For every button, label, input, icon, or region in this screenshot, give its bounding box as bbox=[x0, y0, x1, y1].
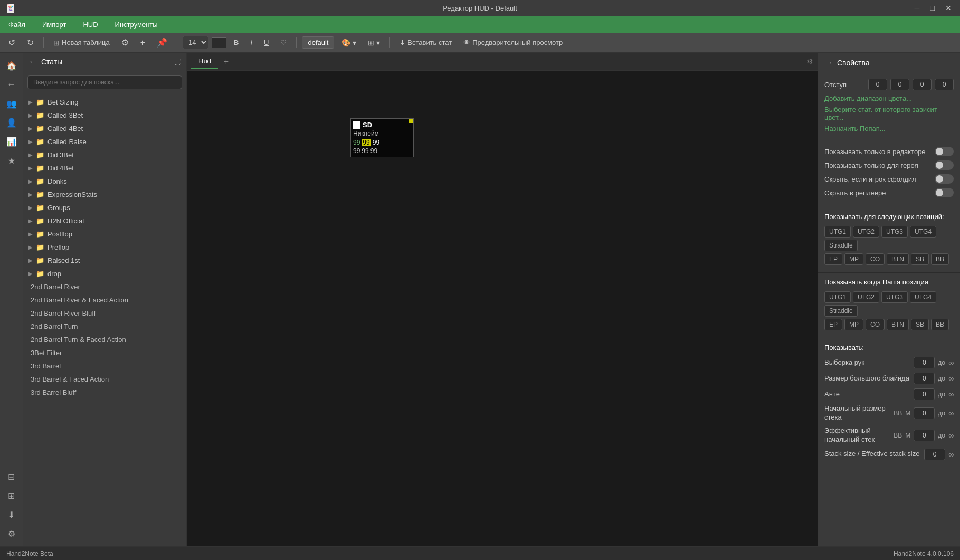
hud-widget[interactable]: SD Никнейм 99 99 99 99 99 99 bbox=[350, 118, 414, 157]
indent-input-3[interactable] bbox=[913, 79, 932, 90]
close-button[interactable]: ✕ bbox=[942, 3, 955, 13]
sidebar-download[interactable]: ⬇ bbox=[3, 506, 20, 523]
when-mp[interactable]: MP bbox=[844, 319, 863, 330]
stat-item-3rd-barrel-faced[interactable]: 3rd Barrel & Faced Action bbox=[23, 373, 186, 386]
pos-btn[interactable]: BTN bbox=[887, 253, 909, 265]
sidebar-users[interactable]: 👥 bbox=[3, 95, 20, 112]
pos-co[interactable]: CO bbox=[866, 253, 885, 265]
grid-button[interactable]: ⊞ ▾ bbox=[364, 36, 384, 49]
stats-expand-button[interactable]: ⛶ bbox=[174, 58, 181, 66]
stack-size-input[interactable] bbox=[914, 407, 935, 419]
bold-button[interactable]: B bbox=[230, 36, 243, 49]
add-color-range-link[interactable]: Добавить диапазон цвета... bbox=[824, 94, 954, 102]
hud-settings-button[interactable]: ⚙ bbox=[807, 58, 813, 65]
stat-item-3rd-barrel-bluff[interactable]: 3rd Barrel Bluff bbox=[23, 386, 186, 399]
new-table-button[interactable]: ⊞ Новая таблица bbox=[49, 36, 114, 49]
paint-button[interactable]: 🎨 ▾ bbox=[337, 36, 360, 49]
stats-search-input[interactable] bbox=[27, 75, 182, 89]
sidebar-home[interactable]: 🏠 bbox=[3, 57, 20, 74]
assign-popup-link[interactable]: Назначить Попап... bbox=[824, 125, 954, 132]
indent-input-1[interactable] bbox=[868, 79, 887, 90]
preview-button[interactable]: 👁 Предварительный просмотр bbox=[459, 36, 567, 49]
when-co[interactable]: CO bbox=[866, 319, 885, 330]
when-btn[interactable]: BTN bbox=[887, 319, 909, 330]
default-button[interactable]: default bbox=[302, 36, 334, 49]
stat-group-h2n[interactable]: ▶ 📁 H2N Official bbox=[23, 214, 186, 227]
pos-sb[interactable]: SB bbox=[911, 253, 929, 265]
show-hero-toggle[interactable] bbox=[935, 160, 954, 170]
eff-stack-input[interactable] bbox=[914, 430, 935, 441]
when-utg1[interactable]: UTG1 bbox=[824, 291, 851, 303]
bb-size-input[interactable] bbox=[914, 373, 935, 384]
when-utg3[interactable]: UTG3 bbox=[881, 291, 908, 303]
heart-button[interactable]: ♡ bbox=[276, 36, 291, 49]
show-editor-toggle[interactable] bbox=[935, 147, 954, 156]
select-stat-link[interactable]: Выберите стат. от которого зависит цвет.… bbox=[824, 106, 954, 121]
stat-item-3rd-barrel[interactable]: 3rd Barrel bbox=[23, 359, 186, 373]
stat-group-called3bet[interactable]: ▶ 📁 Called 3Bet bbox=[23, 109, 186, 122]
sidebar-filter[interactable]: ⊟ bbox=[3, 468, 20, 485]
color-box[interactable] bbox=[212, 37, 226, 48]
hud-tab-add[interactable]: + bbox=[221, 55, 232, 69]
sidebar-profile[interactable]: 👤 bbox=[3, 114, 20, 131]
hide-replayer-toggle[interactable] bbox=[935, 188, 954, 197]
when-sb[interactable]: SB bbox=[911, 319, 929, 330]
stat-group-donks[interactable]: ▶ 📁 Donks bbox=[23, 175, 186, 188]
plus-button[interactable]: + bbox=[136, 36, 149, 50]
pos-straddle[interactable]: Straddle bbox=[824, 240, 858, 251]
sidebar-back[interactable]: ← bbox=[3, 76, 20, 93]
pos-utg1[interactable]: UTG1 bbox=[824, 226, 851, 238]
hide-folded-toggle[interactable] bbox=[935, 174, 954, 184]
undo-button[interactable]: ↺ bbox=[4, 35, 20, 50]
stat-item-2nd-barrel-river-faced[interactable]: 2nd Barrel River & Faced Action bbox=[23, 293, 186, 307]
pin-button[interactable]: 📌 bbox=[153, 35, 172, 50]
sidebar-grid[interactable]: ⊞ bbox=[3, 487, 20, 504]
sidebar-settings[interactable]: ⚙ bbox=[3, 525, 20, 542]
stat-group-drop[interactable]: ▶ 📁 drop bbox=[23, 267, 186, 280]
stat-group-postflop[interactable]: ▶ 📁 Postflop bbox=[23, 227, 186, 241]
stat-group-called4bet[interactable]: ▶ 📁 Called 4Bet bbox=[23, 122, 186, 135]
stat-item-3bet-filter[interactable]: 3Bet Filter bbox=[23, 346, 186, 359]
underline-button[interactable]: U bbox=[260, 36, 273, 49]
when-utg4[interactable]: UTG4 bbox=[910, 291, 936, 303]
menu-hud[interactable]: HUD bbox=[80, 18, 101, 31]
italic-button[interactable]: I bbox=[246, 36, 256, 49]
redo-button[interactable]: ↻ bbox=[23, 35, 38, 50]
stat-group-did4bet[interactable]: ▶ 📁 Did 4Bet bbox=[23, 162, 186, 175]
hud-tab-main[interactable]: Hud bbox=[191, 54, 218, 69]
when-bb[interactable]: BB bbox=[931, 319, 949, 330]
stat-group-did3bet[interactable]: ▶ 📁 Did 3Bet bbox=[23, 148, 186, 162]
stat-group-bet-sizing[interactable]: ▶ 📁 Bet Sizing bbox=[23, 96, 186, 109]
font-size-select[interactable]: 14 10 12 16 18 bbox=[183, 36, 208, 49]
when-ep[interactable]: EP bbox=[824, 319, 842, 330]
when-straddle[interactable]: Straddle bbox=[824, 305, 858, 317]
sidebar-star[interactable]: ★ bbox=[3, 152, 20, 169]
menu-import[interactable]: Импорт bbox=[39, 18, 69, 31]
paste-stat-button[interactable]: ⬇ Вставить стат bbox=[395, 36, 456, 49]
minimize-button[interactable]: ─ bbox=[911, 3, 923, 13]
stat-item-2nd-barrel-turn-faced[interactable]: 2nd Barrel Turn & Faced Action bbox=[23, 333, 186, 346]
pos-ep[interactable]: EP bbox=[824, 253, 842, 265]
pos-bb[interactable]: BB bbox=[931, 253, 949, 265]
pos-utg2[interactable]: UTG2 bbox=[853, 226, 879, 238]
settings-button[interactable]: ⚙ bbox=[117, 35, 133, 50]
pos-utg4[interactable]: UTG4 bbox=[910, 226, 936, 238]
menu-file[interactable]: Файл bbox=[5, 18, 28, 31]
maximize-button[interactable]: □ bbox=[927, 3, 938, 13]
stat-group-expression[interactable]: ▶ 📁 ExpressionStats bbox=[23, 188, 186, 201]
stats-back-button[interactable]: ← bbox=[28, 57, 37, 67]
menu-tools[interactable]: Инструменты bbox=[112, 18, 161, 31]
indent-input-2[interactable] bbox=[890, 79, 909, 90]
stack-eff-input[interactable] bbox=[924, 449, 945, 460]
pos-mp[interactable]: MP bbox=[844, 253, 863, 265]
stat-group-called-raise[interactable]: ▶ 📁 Called Raise bbox=[23, 135, 186, 148]
indent-input-4[interactable] bbox=[935, 79, 954, 90]
pos-utg3[interactable]: UTG3 bbox=[881, 226, 908, 238]
stat-group-preflop[interactable]: ▶ 📁 Preflop bbox=[23, 241, 186, 254]
stat-item-2nd-barrel-river[interactable]: 2nd Barrel River bbox=[23, 280, 186, 293]
stat-group-raised1st[interactable]: ▶ 📁 Raised 1st bbox=[23, 254, 186, 267]
stat-item-2nd-barrel-river-bluff[interactable]: 2nd Barrel River Bluff bbox=[23, 307, 186, 320]
when-utg2[interactable]: UTG2 bbox=[853, 291, 879, 303]
ante-input[interactable] bbox=[914, 388, 935, 400]
stat-group-groups[interactable]: ▶ 📁 Groups bbox=[23, 201, 186, 214]
